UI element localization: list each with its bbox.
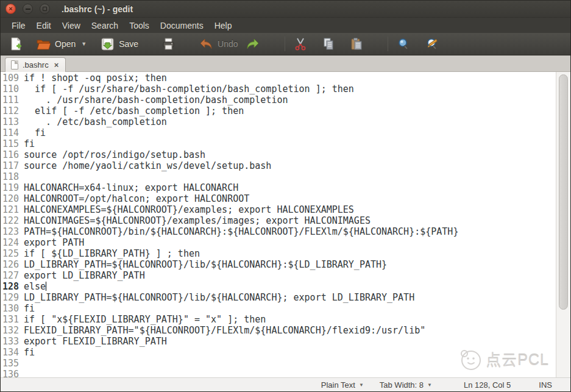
code-line: 113 . /etc/bash_completion <box>1 116 556 127</box>
code-text: if [ ${LD_LIBRARY_PATH} ] ; then <box>21 248 200 259</box>
tab-label: .bashrc <box>23 60 49 69</box>
code-text: export FLEXID_LIBRARY_PATH <box>21 336 167 347</box>
find-replace-icon <box>425 37 440 51</box>
code-line: 110 if [ -f /usr/share/bash-completion/b… <box>1 84 556 94</box>
code-text: LD_LIBRARY_PATH=${HALCONROOT}/lib/${HALC… <box>21 259 387 270</box>
menu-tools[interactable]: Tools <box>124 19 155 32</box>
code-text: source /home/yaoli/catkin_ws/devel/setup… <box>21 160 271 171</box>
code-line: 122 HALCONIMAGES=${HALCONROOT}/examples/… <box>1 215 556 226</box>
line-number: 126 <box>1 259 21 270</box>
line-number: 136 <box>1 369 21 377</box>
insert-mode-label: INS <box>539 380 552 390</box>
vertical-scrollbar[interactable] <box>556 72 570 377</box>
tab-bar: .bashrc × <box>1 55 570 72</box>
code-line: 127 export LD_LIBRARY_PATH <box>1 270 556 281</box>
code-line: 128 else <box>1 281 556 292</box>
code-line: 119 HALCONARCH=x64-linux; export HALCONA… <box>1 182 556 193</box>
code-text: HALCONARCH=x64-linux; export HALCONARCH <box>21 182 238 193</box>
language-label: Plain Text <box>321 380 355 390</box>
language-selector[interactable]: Plain Text ▼ <box>321 380 364 390</box>
copy-icon <box>322 37 335 51</box>
tab-close-button[interactable]: × <box>53 60 60 69</box>
find-button[interactable] <box>393 35 414 53</box>
code-line: 121 HALCONEXAMPLES=${HALCONROOT}/example… <box>1 204 556 215</box>
open-button-label: Open <box>55 39 76 49</box>
menu-search[interactable]: Search <box>86 19 124 32</box>
menu-edit[interactable]: Edit <box>31 19 57 32</box>
line-number: 120 <box>1 193 21 204</box>
redo-button[interactable] <box>242 35 264 53</box>
code-text: source /opt/ros/indigo/setup.bash <box>21 149 205 160</box>
code-text: . /etc/bash_completion <box>21 116 167 127</box>
scrollbar-thumb[interactable] <box>559 74 568 310</box>
code-text: FLEXID_LIBRARY_PATH="${HALCONROOT}/FLEXl… <box>21 325 425 336</box>
line-number: 122 <box>1 215 21 226</box>
window-maximize-button[interactable] <box>40 4 50 14</box>
line-number: 135 <box>1 358 21 369</box>
insert-mode-indicator: INS <box>539 380 552 390</box>
code-text: export LD_LIBRARY_PATH <box>21 270 145 281</box>
code-line: 129 LD_LIBRARY_PATH=${HALCONROOT}/lib/${… <box>1 292 556 303</box>
line-number: 128 <box>1 281 21 292</box>
code-line: 114 fi <box>1 127 556 138</box>
save-button-label: Save <box>119 39 138 49</box>
cut-button[interactable] <box>290 35 311 53</box>
redo-icon <box>246 37 260 51</box>
copy-button[interactable] <box>318 35 339 53</box>
window-title: .bashrc (~) - gedit <box>62 4 133 14</box>
code-line: 120 HALCONROOT=/opt/halcon; export HALCO… <box>1 193 556 204</box>
code-line: 118 <box>1 171 556 182</box>
line-number: 116 <box>1 149 21 160</box>
code-line: 133 export FLEXID_LIBRARY_PATH <box>1 336 556 347</box>
code-line: 134 fi <box>1 347 556 358</box>
cursor-position: Ln 128, Col 5 <box>464 380 511 390</box>
code-text: fi <box>21 127 46 138</box>
tab-width-selector[interactable]: Tab Width: 8 ▼ <box>380 380 432 390</box>
new-document-button[interactable] <box>5 35 26 53</box>
toolbar-separator <box>285 37 285 51</box>
code-lines[interactable]: 109 if ! shopt -oq posix; then 110 if [ … <box>1 72 556 377</box>
undo-button[interactable]: Undo <box>195 35 241 53</box>
tab-bashrc[interactable]: .bashrc × <box>5 57 66 72</box>
code-text: LD_LIBRARY_PATH=${HALCONROOT}/lib/${HALC… <box>21 292 414 303</box>
undo-icon <box>199 37 213 51</box>
window-minimize-button[interactable] <box>23 4 33 14</box>
cut-icon <box>294 37 307 51</box>
code-line: 123 PATH=${HALCONROOT}/bin/${HALCONARCH}… <box>1 226 556 237</box>
window-close-button[interactable]: × <box>5 4 16 14</box>
line-number: 134 <box>1 347 21 358</box>
menu-documents[interactable]: Documents <box>155 19 209 32</box>
menu-help[interactable]: Help <box>209 19 238 32</box>
code-text: export PATH <box>21 237 84 248</box>
code-line: 131 if [ "x${FLEXID_LIBRARY_PATH}" = "x"… <box>1 314 556 325</box>
print-button[interactable] <box>158 35 179 53</box>
line-number: 123 <box>1 226 21 237</box>
code-line: 136 <box>1 369 556 377</box>
line-number: 119 <box>1 182 21 193</box>
line-number: 133 <box>1 336 21 347</box>
code-text: if [ -f /usr/share/bash-completion/bash_… <box>21 84 354 94</box>
paste-button[interactable] <box>346 35 367 53</box>
line-number: 118 <box>1 171 21 182</box>
code-line: 116 source /opt/ros/indigo/setup.bash <box>1 149 556 160</box>
find-replace-button[interactable] <box>422 35 444 53</box>
code-text: if [ "x${FLEXID_LIBRARY_PATH}" = "x" ]; … <box>21 314 266 325</box>
line-number: 113 <box>1 116 21 127</box>
line-number: 127 <box>1 270 21 281</box>
toolbar: Open ▼ Save Undo <box>1 33 570 55</box>
line-number: 117 <box>1 160 21 171</box>
undo-button-label: Undo <box>218 39 238 49</box>
menu-bar: File Edit View Search Tools Documents He… <box>1 18 570 33</box>
line-number: 129 <box>1 292 21 303</box>
code-line: 126 LD_LIBRARY_PATH=${HALCONROOT}/lib/${… <box>1 259 556 270</box>
open-folder-icon <box>36 37 51 51</box>
toolbar-separator <box>388 37 388 51</box>
open-button[interactable]: Open <box>32 35 79 53</box>
save-button[interactable]: Save <box>97 35 142 53</box>
code-text: HALCONROOT=/opt/halcon; export HALCONROO… <box>21 193 249 204</box>
menu-view[interactable]: View <box>57 19 86 32</box>
open-dropdown-arrow[interactable]: ▼ <box>79 38 88 49</box>
maximize-icon <box>43 7 47 11</box>
menu-file[interactable]: File <box>6 19 31 32</box>
code-text: HALCONIMAGES=${HALCONROOT}/examples/imag… <box>21 215 371 226</box>
